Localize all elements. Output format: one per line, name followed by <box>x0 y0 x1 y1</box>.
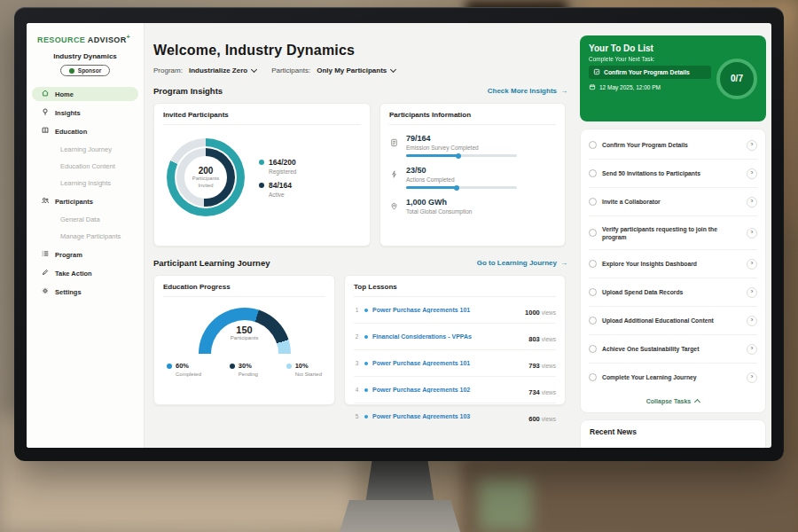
sidebar-item-education[interactable]: Education <box>32 124 138 138</box>
not-started-dot-icon <box>286 364 292 369</box>
donut-center-value: 200 <box>199 166 214 176</box>
todo-progress-ring: 0/7 <box>716 59 757 99</box>
gauge-center-value: 150 <box>199 325 291 335</box>
check-more-insights-link[interactable]: Check More Insights → <box>488 87 567 95</box>
active-dot-icon <box>259 183 264 188</box>
sidebar-item-home[interactable]: Home <box>32 87 138 101</box>
home-icon <box>41 89 50 99</box>
gauge-center-label: Participants <box>199 335 291 340</box>
legend-label: Registered <box>269 168 296 175</box>
task-checkbox[interactable] <box>589 260 597 268</box>
task-row-achieve-target[interactable]: Achieve One Sustainability Target › <box>589 335 757 364</box>
task-row-complete-learning-journey[interactable]: Complete Your Learning Journey › <box>589 364 757 391</box>
sidebar-item-manage-participants[interactable]: Manage Participants <box>32 230 138 243</box>
task-row-invite-collaborator[interactable]: Invite a Collaborator › <box>589 188 757 216</box>
page-title: Welcome, Industry Dynamics <box>153 43 567 59</box>
card-title: Top Lessons <box>354 283 556 297</box>
book-icon <box>41 126 50 137</box>
chevron-down-icon <box>251 66 257 73</box>
task-checkbox[interactable] <box>589 345 597 353</box>
sidebar-item-learning-journey[interactable]: Learning Journey <box>32 143 138 156</box>
info-row-consumption: 1,000 GWh Total Global Consumption <box>389 198 556 215</box>
task-checkbox[interactable] <box>589 169 597 177</box>
task-checkbox[interactable] <box>589 373 597 381</box>
lesson-title-link[interactable]: Financial Considerations - VPPAs <box>372 333 524 340</box>
lesson-views-label: views <box>542 389 556 395</box>
info-row-emission-survey: 79/164 Emission Survey Completed <box>389 134 556 157</box>
task-row-upload-educational-content[interactable]: Upload Additional Educational Content › <box>589 307 757 335</box>
lesson-title-link[interactable]: Power Purchase Agreements 101 <box>372 360 524 366</box>
lesson-row[interactable]: 5 Power Purchase Agreements 103 600views <box>354 403 556 429</box>
legend-item-not-started: 10% Not Started <box>286 362 322 377</box>
stat-value: 23/50 <box>406 166 517 175</box>
participants-filter-label: Participants: <box>271 66 310 74</box>
chevron-right-icon[interactable]: › <box>747 372 757 383</box>
todo-next-task[interactable]: Confirm Your Program Details <box>589 66 711 79</box>
task-row-confirm-program[interactable]: Confirm Your Program Details › <box>589 131 757 160</box>
chevron-right-icon[interactable]: › <box>747 316 757 326</box>
task-row-verify-participants[interactable]: Verify participants requesting to join t… <box>589 216 757 250</box>
collapse-tasks-label: Collapse Tasks <box>646 398 691 404</box>
stat-value: 79/164 <box>406 134 517 143</box>
location-pin-icon <box>389 199 399 215</box>
arrow-right-icon: → <box>560 259 567 267</box>
invited-participants-card: Invited Participants 200 Participants In… <box>153 103 371 246</box>
task-row-upload-spend-data[interactable]: Upload Spend Data Records › <box>589 278 757 307</box>
sidebar-item-label: Program <box>55 251 82 259</box>
chevron-right-icon[interactable]: › <box>747 140 757 151</box>
app-logo: RESOURCE ADVISOR+ <box>27 23 144 44</box>
legend-label: Active <box>269 192 292 198</box>
todo-next-time: 12 May 2025, 12:00 PM <box>589 83 711 91</box>
lesson-title-link[interactable]: Power Purchase Agreements 101 <box>372 307 520 313</box>
sidebar-item-insights[interactable]: Insights <box>32 106 138 120</box>
invited-participants-donut: 200 Participants Invited <box>167 138 245 216</box>
sidebar-item-participants[interactable]: Participants <box>32 194 138 208</box>
stat-label: Total Global Consumption <box>406 208 472 215</box>
completed-dot-icon <box>167 364 172 369</box>
todo-subtitle: Complete Your Next Task: <box>589 56 711 62</box>
people-icon <box>41 196 50 207</box>
sidebar-item-settings[interactable]: Settings <box>32 285 138 299</box>
collapse-tasks-link[interactable]: Collapse Tasks <box>589 391 757 411</box>
list-icon <box>41 249 50 260</box>
task-checkbox[interactable] <box>589 198 597 206</box>
sidebar-item-label: Take Action <box>55 270 92 278</box>
chevron-right-icon[interactable]: › <box>747 168 757 179</box>
participants-filter-dropdown[interactable]: Only My Participants <box>317 66 395 74</box>
task-row-send-invitations[interactable]: Send 50 Invitations to Participants › <box>589 160 757 188</box>
program-filter-label: Program: <box>153 66 183 74</box>
todo-task-list: Confirm Your Program Details › Send 50 I… <box>580 129 766 413</box>
link-label: Check More Insights <box>488 87 557 95</box>
lesson-views-label: views <box>542 336 556 342</box>
go-to-learning-journey-link[interactable]: Go to Learning Journey → <box>477 259 567 267</box>
lesson-row[interactable]: 1 Power Purchase Agreements 101 1000view… <box>354 297 556 324</box>
lesson-row[interactable]: 2 Financial Considerations - VPPAs 803vi… <box>354 324 556 350</box>
task-checkbox[interactable] <box>589 141 597 149</box>
task-row-explore-insights[interactable]: Explore Your Insights Dashboard › <box>589 250 757 278</box>
sidebar-item-general-data[interactable]: General Data <box>32 213 138 226</box>
program-filter-dropdown[interactable]: Industrialize Zero <box>189 66 256 74</box>
task-checkbox[interactable] <box>589 288 597 296</box>
pending-dot-icon <box>230 364 235 369</box>
lesson-title-link[interactable]: Power Purchase Agreements 103 <box>372 413 524 419</box>
sidebar-item-take-action[interactable]: Take Action <box>32 266 138 280</box>
task-checkbox[interactable] <box>589 229 597 237</box>
chevron-right-icon[interactable]: › <box>747 228 757 239</box>
chevron-right-icon[interactable]: › <box>747 259 757 270</box>
chevron-right-icon[interactable]: › <box>747 287 757 298</box>
legend-value: 164/200 <box>269 158 296 167</box>
chevron-right-icon[interactable]: › <box>747 197 757 207</box>
lesson-rank: 4 <box>354 387 360 393</box>
task-checkbox[interactable] <box>589 317 597 325</box>
lesson-title-link[interactable]: Power Purchase Agreements 102 <box>372 387 524 393</box>
lesson-row[interactable]: 3 Power Purchase Agreements 101 793views <box>354 350 556 377</box>
chevron-right-icon[interactable]: › <box>747 344 757 355</box>
sidebar-item-education-content[interactable]: Education Content <box>32 160 138 173</box>
sidebar-item-learning-insights[interactable]: Learning Insights <box>32 176 138 190</box>
section-title: Participant Learning Journey <box>153 258 270 268</box>
lesson-row[interactable]: 4 Power Purchase Agreements 102 734views <box>354 377 556 403</box>
donut-legend: 164/200 Registered 84/164 Active <box>259 152 296 204</box>
sidebar-item-program[interactable]: Program <box>32 247 138 262</box>
education-progress-card: Education Progress 150 Participants <box>153 275 335 405</box>
background-reflection <box>479 479 532 532</box>
